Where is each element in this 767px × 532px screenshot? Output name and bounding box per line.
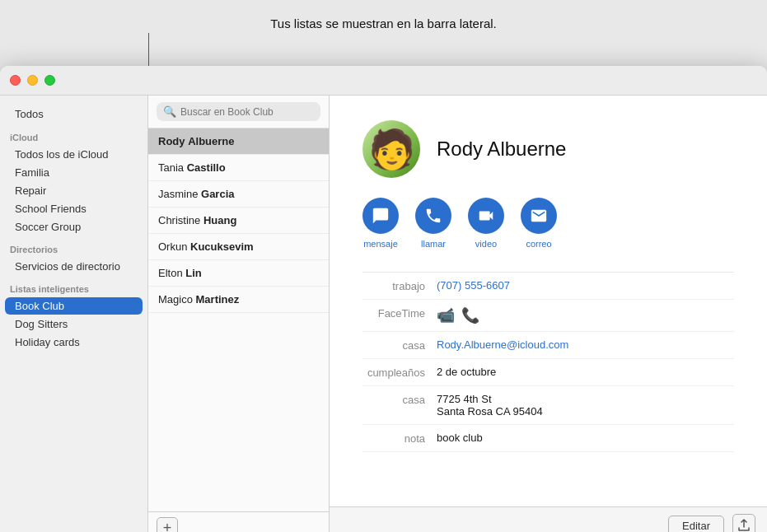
contact-header: 🧑 Rody Albuerne xyxy=(362,120,734,178)
action-buttons: mensaje llamar xyxy=(362,198,734,249)
field-value-address: 7725 4th St Santa Rosa CA 95404 xyxy=(437,393,734,418)
sidebar-item-todos[interactable]: Todos xyxy=(5,105,143,124)
contact-item[interactable]: Elton Lin xyxy=(148,260,329,287)
field-value-nota: book club xyxy=(437,432,734,444)
mensaje-icon xyxy=(362,198,399,234)
sidebar-item-todos-icloud[interactable]: Todos los de iCloud xyxy=(5,146,143,163)
video-label: video xyxy=(475,239,497,249)
detail-panel: 🧑 Rody Albuerne xyxy=(330,96,767,532)
edit-button[interactable]: Editar xyxy=(668,516,724,533)
field-label-nota: nota xyxy=(362,432,437,445)
add-contact-button[interactable]: + xyxy=(157,517,178,532)
share-button[interactable] xyxy=(732,514,755,532)
field-value-trabajo[interactable]: (707) 555-6607 xyxy=(437,279,734,292)
field-value-email[interactable]: Rody.Albuerne@icloud.com xyxy=(437,338,734,351)
sidebar-item-school-friends[interactable]: School Friends xyxy=(5,200,143,217)
field-label-casa-address: casa xyxy=(362,393,437,406)
contact-item[interactable]: Christine Huang xyxy=(148,208,329,234)
contact-item[interactable]: Rody Albuerne xyxy=(148,128,329,155)
sidebar-item-holiday-cards[interactable]: Holiday cards xyxy=(5,334,143,351)
field-facetime: FaceTime 📹 📞 xyxy=(362,300,734,332)
correo-button[interactable]: correo xyxy=(521,198,557,249)
llamar-icon xyxy=(415,198,451,234)
sidebar-item-soccer-group[interactable]: Soccer Group xyxy=(5,218,143,236)
sidebar-item-servicios[interactable]: Servicios de directorio xyxy=(5,258,143,275)
contact-list-panel: 🔍 Rody Albuerne Tania Castillo Jasmine G… xyxy=(148,96,330,532)
traffic-lights xyxy=(10,75,55,86)
contact-item[interactable]: Orkun Kucuksevim xyxy=(148,234,329,260)
contact-item[interactable]: Jasmine Garcia xyxy=(148,181,329,208)
field-label-cumpleanos: cumpleaños xyxy=(362,366,437,379)
sidebar-item-dog-sitters[interactable]: Dog Sitters xyxy=(5,315,143,333)
maximize-button[interactable] xyxy=(44,75,55,86)
mensaje-button[interactable]: mensaje xyxy=(362,198,399,249)
facetime-phone-icon[interactable]: 📞 xyxy=(461,306,479,324)
sidebar-item-repair[interactable]: Repair xyxy=(5,182,143,199)
field-label-casa-email: casa xyxy=(362,338,437,352)
minimize-button[interactable] xyxy=(27,75,38,86)
avatar: 🧑 xyxy=(362,120,420,178)
field-nota: nota book club xyxy=(362,425,734,452)
search-input-wrapper[interactable]: 🔍 xyxy=(157,102,320,121)
video-button[interactable]: video xyxy=(468,198,504,249)
field-value-cumpleanos: 2 de octubre xyxy=(437,366,734,378)
sidebar-section-icloud: iCloud xyxy=(0,124,147,145)
field-value-facetime: 📹 📞 xyxy=(437,306,734,324)
llamar-button[interactable]: llamar xyxy=(415,198,451,249)
field-casa-address: casa 7725 4th St Santa Rosa CA 95404 xyxy=(362,386,734,425)
contact-name: Rody Albuerne xyxy=(437,138,566,161)
top-annotation-text: Tus listas se muestran en la barra later… xyxy=(270,16,497,30)
sidebar-item-book-club[interactable]: Book Club xyxy=(5,297,143,315)
field-cumpleanos: cumpleaños 2 de octubre xyxy=(362,359,734,386)
main-content: Todos iCloud Todos los de iCloud Familia… xyxy=(0,96,767,532)
sidebar: Todos iCloud Todos los de iCloud Familia… xyxy=(0,96,148,532)
correo-label: correo xyxy=(526,239,551,249)
title-bar xyxy=(0,66,767,96)
close-button[interactable] xyxy=(10,75,21,86)
sidebar-item-familia[interactable]: Familia xyxy=(5,164,143,181)
video-icon xyxy=(468,198,504,234)
search-bar: 🔍 xyxy=(148,96,329,128)
search-icon: 🔍 xyxy=(163,105,176,118)
contact-list: Rody Albuerne Tania Castillo Jasmine Gar… xyxy=(148,128,329,511)
correo-icon xyxy=(521,198,557,234)
contact-item[interactable]: Tania Castillo xyxy=(148,155,329,181)
sidebar-section-listas: Listas inteligentes xyxy=(0,276,147,296)
field-trabajo: trabajo (707) 555-6607 xyxy=(362,273,734,300)
contact-list-bottom: + xyxy=(148,511,329,532)
facetime-video-icon[interactable]: 📹 xyxy=(437,306,455,324)
search-input[interactable] xyxy=(180,106,314,118)
field-label-trabajo: trabajo xyxy=(362,279,437,292)
contact-fields: trabajo (707) 555-6607 FaceTime 📹 📞 casa xyxy=(362,272,734,452)
app-window: Todos iCloud Todos los de iCloud Familia… xyxy=(0,66,767,532)
field-casa-email: casa Rody.Albuerne@icloud.com xyxy=(362,332,734,359)
sidebar-section-directorios: Directorios xyxy=(0,236,147,257)
contact-detail: 🧑 Rody Albuerne xyxy=(330,96,767,506)
mensaje-label: mensaje xyxy=(363,239,398,249)
contact-item[interactable]: Magico Martinez xyxy=(148,287,329,313)
field-label-facetime: FaceTime xyxy=(362,306,437,320)
llamar-label: llamar xyxy=(421,239,446,249)
detail-bottom-bar: Editar xyxy=(330,506,767,532)
